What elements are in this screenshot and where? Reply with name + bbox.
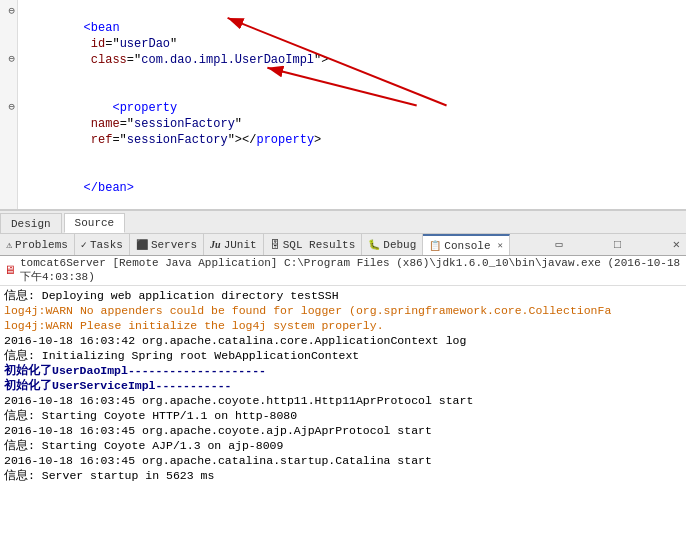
console-line-7: 初始化了UserServiceImpl----------- [4, 378, 682, 393]
console-line-5: 信息: Initializing Spring root WebApplicat… [4, 348, 682, 363]
problems-label: Problems [15, 239, 68, 251]
collapse-2[interactable]: ⊖ [8, 52, 15, 65]
code-editor[interactable]: <bean id="userDao" class="com.dao.impl.U… [18, 0, 686, 209]
tab-tasks[interactable]: ✓ Tasks [75, 234, 130, 255]
console-line-3: log4j:WARN Please initialize the log4j s… [4, 318, 682, 333]
console-line-12: 2016-10-18 16:03:45 org.apache.catalina.… [4, 453, 682, 468]
tab-sql[interactable]: 🗄 SQL Results [264, 234, 363, 255]
debug-icon: 🐛 [368, 239, 380, 251]
tab-junit[interactable]: Ju JUnit [204, 234, 264, 255]
console-line-2: log4j:WARN No appenders could be found f… [4, 303, 682, 318]
junit-label: JUnit [224, 239, 257, 251]
tasks-label: Tasks [90, 239, 123, 251]
tab-servers[interactable]: ⬛ Servers [130, 234, 204, 255]
console-line-9: 信息: Starting Coyote HTTP/1.1 on http-808… [4, 408, 682, 423]
sql-icon: 🗄 [270, 239, 280, 251]
servers-label: Servers [151, 239, 197, 251]
console-line-4: 2016-10-18 16:03:42 org.apache.catalina.… [4, 333, 682, 348]
code-line-1: <bean id="userDao" class="com.dao.impl.U… [26, 4, 678, 84]
tab-console[interactable]: 📋 Console ✕ [423, 234, 510, 255]
editor-tabs: Design Source [0, 210, 686, 234]
tab-design[interactable]: Design [0, 213, 62, 233]
panel-tabs-bar: ⚠ Problems ✓ Tasks ⬛ Servers Ju JUnit 🗄 … [0, 234, 686, 256]
tab-problems[interactable]: ⚠ Problems [0, 234, 75, 255]
console-line-13: 信息: Server startup in 5623 ms [4, 468, 682, 483]
code-line-3: </bean> [26, 164, 678, 209]
servers-icon: ⬛ [136, 239, 148, 251]
console-x-icon: ✕ [498, 240, 503, 251]
editor-area: ⊖ ⊖ ⊖ <bean id="userDao" class="com.dao.… [0, 0, 686, 210]
junit-icon: Ju [210, 239, 221, 250]
problems-icon: ⚠ [6, 239, 12, 251]
sql-label: SQL Results [283, 239, 356, 251]
console-output[interactable]: 信息: Deploying web application directory … [0, 286, 686, 548]
debug-label: Debug [383, 239, 416, 251]
collapse-3[interactable]: ⊖ [8, 100, 15, 113]
console-line-8: 2016-10-18 16:03:45 org.apache.coyote.ht… [4, 393, 682, 408]
console-line-6: 初始化了UserDaoImpl-------------------- [4, 363, 682, 378]
panel-minimize-button[interactable]: ▭ [549, 235, 568, 254]
console-label: Console [444, 240, 490, 252]
server-info-bar: 🖥 tomcat6Server [Remote Java Application… [0, 256, 686, 286]
bottom-panel: ⚠ Problems ✓ Tasks ⬛ Servers Ju JUnit 🗄 … [0, 234, 686, 548]
tab-source[interactable]: Source [64, 213, 126, 233]
server-info-text: tomcat6Server [Remote Java Application] … [20, 257, 682, 284]
console-line-11: 信息: Starting Coyote AJP/1.3 on ajp-8009 [4, 438, 682, 453]
horizontal-scrollbar[interactable] [0, 209, 686, 210]
console-line-1: 信息: Deploying web application directory … [4, 288, 682, 303]
tab-debug[interactable]: 🐛 Debug [362, 234, 423, 255]
gutter: ⊖ ⊖ ⊖ [0, 0, 18, 209]
panel-close-button[interactable]: ✕ [667, 235, 686, 254]
collapse-1[interactable]: ⊖ [8, 4, 15, 17]
console-icon: 📋 [429, 240, 441, 252]
console-line-10: 2016-10-18 16:03:45 org.apache.coyote.aj… [4, 423, 682, 438]
server-status-icon: 🖥 [4, 263, 16, 278]
panel-maximize-button[interactable]: □ [608, 236, 627, 254]
code-line-2: <property name="sessionFactory" ref="ses… [26, 84, 678, 164]
tasks-icon: ✓ [81, 239, 87, 251]
